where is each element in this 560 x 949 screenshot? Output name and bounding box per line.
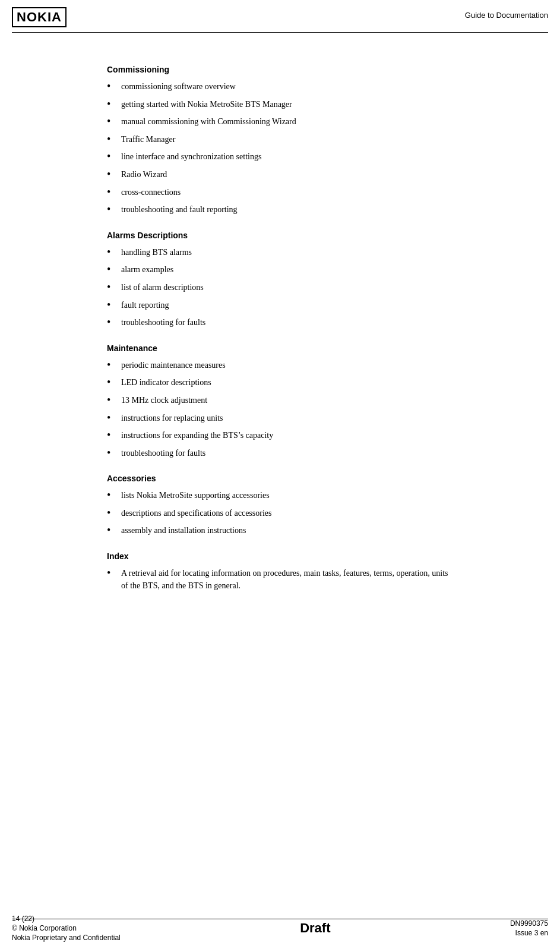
section-heading-commissioning: Commissioning xyxy=(107,65,453,74)
section-alarms: Alarms Descriptions • handling BTS alarm… xyxy=(107,231,453,329)
bullet-icon: • xyxy=(107,376,121,389)
bullet-icon: • xyxy=(107,447,121,460)
item-text: troubleshooting for faults xyxy=(121,316,453,329)
section-heading-accessories: Accessories xyxy=(107,474,453,483)
item-text: commissioning software overview xyxy=(121,80,453,93)
list-item: • cross-connections xyxy=(107,186,453,199)
item-text: A retrieval aid for locating information… xyxy=(121,567,453,592)
bullet-icon: • xyxy=(107,133,121,146)
list-item: • troubleshooting and fault reporting xyxy=(107,203,453,216)
item-text: alarm examples xyxy=(121,263,453,276)
alarms-list: • handling BTS alarms • alarm examples •… xyxy=(107,246,453,329)
bullet-icon: • xyxy=(107,203,121,216)
list-item: • 13 MHz clock adjustment xyxy=(107,394,453,407)
accessories-list: • lists Nokia MetroSite supporting acces… xyxy=(107,489,453,537)
page-header: NOKIA Guide to Documentation xyxy=(0,0,560,32)
item-text: 13 MHz clock adjustment xyxy=(121,394,453,406)
bullet-icon: • xyxy=(107,507,121,520)
doc-number: DN9990375 xyxy=(510,919,548,928)
bullet-icon: • xyxy=(107,394,121,407)
draft-label: Draft xyxy=(300,920,330,936)
item-text: descriptions and specifications of acces… xyxy=(121,507,453,519)
commissioning-list: • commissioning software overview • gett… xyxy=(107,80,453,216)
section-maintenance: Maintenance • periodic maintenance measu… xyxy=(107,343,453,460)
list-item: • alarm examples xyxy=(107,263,453,276)
list-item: • A retrieval aid for locating informati… xyxy=(107,567,453,592)
list-item: • periodic maintenance measures xyxy=(107,359,453,372)
list-item: • list of alarm descriptions xyxy=(107,281,453,294)
list-item: • descriptions and specifications of acc… xyxy=(107,507,453,520)
bullet-icon: • xyxy=(107,567,121,580)
list-item: • instructions for replacing units xyxy=(107,412,453,425)
main-content: Commissioning • commissioning software o… xyxy=(0,33,560,632)
bullet-icon: • xyxy=(107,80,121,93)
page-footer: 14 (22) © Nokia Corporation Nokia Propri… xyxy=(0,915,560,942)
bullet-icon: • xyxy=(107,429,121,442)
list-item: • LED indicator descriptions xyxy=(107,376,453,389)
item-text: manual commissioning with Commissioning … xyxy=(121,115,453,128)
bullet-icon: • xyxy=(107,359,121,372)
bullet-icon: • xyxy=(107,115,121,128)
list-item: • troubleshooting for faults xyxy=(107,447,453,460)
bullet-icon: • xyxy=(107,281,121,294)
bullet-icon: • xyxy=(107,412,121,425)
maintenance-list: • periodic maintenance measures • LED in… xyxy=(107,359,453,460)
item-text: instructions for expanding the BTS’s cap… xyxy=(121,429,453,442)
bullet-icon: • xyxy=(107,263,121,276)
copyright-line1: © Nokia Corporation xyxy=(12,924,121,932)
list-item: • Radio Wizard xyxy=(107,168,453,181)
item-text: troubleshooting for faults xyxy=(121,447,453,459)
bullet-icon: • xyxy=(107,524,121,537)
header-title: Guide to Documentation xyxy=(465,7,548,20)
item-text: Traffic Manager xyxy=(121,133,453,146)
list-item: • commissioning software overview xyxy=(107,80,453,93)
list-item: • handling BTS alarms xyxy=(107,246,453,259)
item-text: Radio Wizard xyxy=(121,168,453,181)
item-text: cross-connections xyxy=(121,186,453,198)
bullet-icon: • xyxy=(107,168,121,181)
section-accessories: Accessories • lists Nokia MetroSite supp… xyxy=(107,474,453,537)
list-item: • fault reporting xyxy=(107,299,453,312)
bullet-icon: • xyxy=(107,489,121,502)
section-heading-index: Index xyxy=(107,551,453,561)
list-item: • assembly and installation instructions xyxy=(107,524,453,537)
section-heading-maintenance: Maintenance xyxy=(107,343,453,353)
section-heading-alarms: Alarms Descriptions xyxy=(107,231,453,240)
list-item: • instructions for expanding the BTS’s c… xyxy=(107,429,453,442)
issue-label: Issue 3 en xyxy=(515,929,548,937)
item-text: lists Nokia MetroSite supporting accesso… xyxy=(121,489,453,502)
bullet-icon: • xyxy=(107,316,121,329)
item-text: troubleshooting and fault reporting xyxy=(121,203,453,216)
bullet-icon: • xyxy=(107,299,121,312)
list-item: • line interface and synchronization set… xyxy=(107,150,453,163)
list-item: • troubleshooting for faults xyxy=(107,316,453,329)
list-item: • Traffic Manager xyxy=(107,133,453,146)
list-item: • lists Nokia MetroSite supporting acces… xyxy=(107,489,453,502)
item-text: instructions for replacing units xyxy=(121,412,453,424)
item-text: handling BTS alarms xyxy=(121,246,453,258)
section-commissioning: Commissioning • commissioning software o… xyxy=(107,65,453,216)
footer-left: 14 (22) © Nokia Corporation Nokia Propri… xyxy=(12,915,121,942)
item-text: list of alarm descriptions xyxy=(121,281,453,294)
footer-right: DN9990375 Issue 3 en xyxy=(510,919,548,937)
section-index: Index • A retrieval aid for locating inf… xyxy=(107,551,453,592)
item-text: periodic maintenance measures xyxy=(121,359,453,371)
nokia-logo: NOKIA xyxy=(12,7,67,27)
page-number: 14 (22) xyxy=(12,915,121,923)
item-text: fault reporting xyxy=(121,299,453,311)
item-text: LED indicator descriptions xyxy=(121,376,453,389)
bullet-icon: • xyxy=(107,98,121,111)
copyright-line2: Nokia Proprietary and Confidential xyxy=(12,934,121,942)
item-text: assembly and installation instructions xyxy=(121,524,453,537)
bullet-icon: • xyxy=(107,246,121,259)
bullet-icon: • xyxy=(107,150,121,163)
list-item: • getting started with Nokia MetroSite B… xyxy=(107,98,453,111)
bullet-icon: • xyxy=(107,186,121,199)
item-text: line interface and synchronization setti… xyxy=(121,150,453,163)
list-item: • manual commissioning with Commissionin… xyxy=(107,115,453,128)
item-text: getting started with Nokia MetroSite BTS… xyxy=(121,98,453,111)
index-list: • A retrieval aid for locating informati… xyxy=(107,567,453,592)
